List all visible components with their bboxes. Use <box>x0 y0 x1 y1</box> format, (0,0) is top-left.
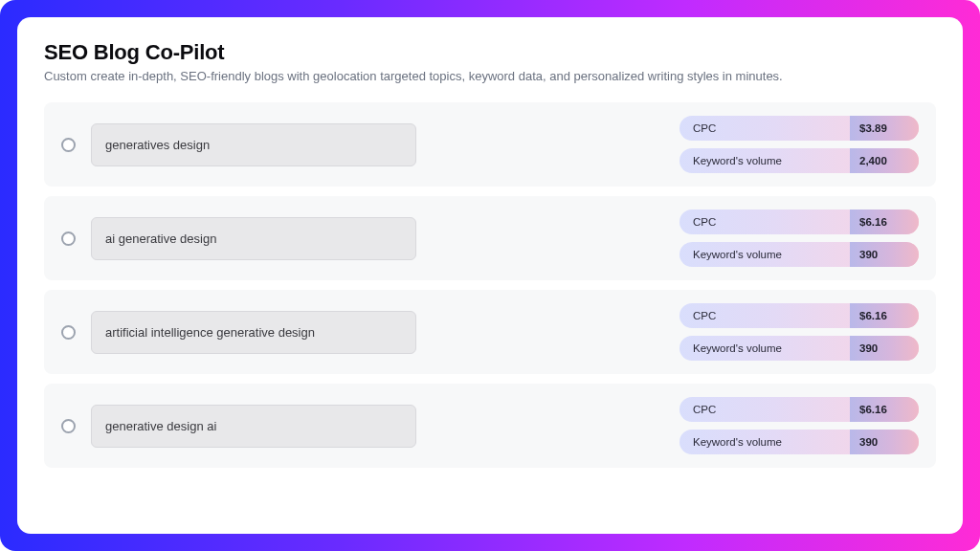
radio-icon[interactable] <box>61 325 76 340</box>
page-subtitle: Custom create in-depth, SEO-friendly blo… <box>44 69 936 83</box>
volume-value: 2,400 <box>850 148 919 173</box>
cpc-label: CPC <box>679 116 850 141</box>
cpc-pill: CPC $3.89 <box>679 116 919 141</box>
keyword-input[interactable]: artificial intelligence generative desig… <box>91 311 416 354</box>
keyword-text: generative design ai <box>105 419 216 433</box>
metrics-group: CPC $6.16 Keyword's volume 390 <box>679 303 919 361</box>
keyword-row[interactable]: artificial intelligence generative desig… <box>44 290 936 374</box>
volume-value: 390 <box>850 430 919 454</box>
metrics-group: CPC $6.16 Keyword's volume 390 <box>679 209 919 267</box>
cpc-value: $6.16 <box>850 303 919 328</box>
keyword-row[interactable]: generative design ai CPC $6.16 Keyword's… <box>44 384 936 468</box>
cpc-label: CPC <box>679 209 850 234</box>
keyword-input[interactable]: ai generative design <box>91 217 416 260</box>
gradient-frame: SEO Blog Co-Pilot Custom create in-depth… <box>0 0 980 551</box>
metrics-group: CPC $3.89 Keyword's volume 2,400 <box>679 116 919 173</box>
volume-label: Keyword's volume <box>679 148 850 173</box>
keyword-row[interactable]: generatives design CPC $3.89 Keyword's v… <box>44 102 936 187</box>
keyword-row[interactable]: ai generative design CPC $6.16 Keyword's… <box>44 196 936 280</box>
cpc-value: $6.16 <box>850 209 919 234</box>
page-title: SEO Blog Co-Pilot <box>44 40 936 65</box>
keyword-text: ai generative design <box>105 231 216 246</box>
radio-icon[interactable] <box>61 419 76 433</box>
volume-value: 390 <box>850 242 919 267</box>
volume-label: Keyword's volume <box>679 430 850 454</box>
cpc-label: CPC <box>679 397 850 422</box>
cpc-value: $6.16 <box>850 397 919 422</box>
volume-pill: Keyword's volume 390 <box>679 242 919 267</box>
volume-label: Keyword's volume <box>679 336 850 361</box>
cpc-label: CPC <box>679 303 850 328</box>
volume-value: 390 <box>850 336 919 361</box>
keyword-text: generatives design <box>105 138 210 152</box>
keyword-input[interactable]: generatives design <box>91 123 416 166</box>
app-card: SEO Blog Co-Pilot Custom create in-depth… <box>17 17 963 534</box>
cpc-value: $3.89 <box>850 116 919 141</box>
keyword-text: artificial intelligence generative desig… <box>105 325 315 340</box>
keyword-input[interactable]: generative design ai <box>91 405 416 448</box>
volume-pill: Keyword's volume 2,400 <box>679 148 919 173</box>
keyword-list: generatives design CPC $3.89 Keyword's v… <box>44 102 936 517</box>
volume-label: Keyword's volume <box>679 242 850 267</box>
cpc-pill: CPC $6.16 <box>679 303 919 328</box>
radio-icon[interactable] <box>61 231 76 246</box>
volume-pill: Keyword's volume 390 <box>679 430 919 454</box>
volume-pill: Keyword's volume 390 <box>679 336 919 361</box>
cpc-pill: CPC $6.16 <box>679 397 919 422</box>
radio-icon[interactable] <box>61 138 76 152</box>
metrics-group: CPC $6.16 Keyword's volume 390 <box>679 397 919 454</box>
cpc-pill: CPC $6.16 <box>679 209 919 234</box>
